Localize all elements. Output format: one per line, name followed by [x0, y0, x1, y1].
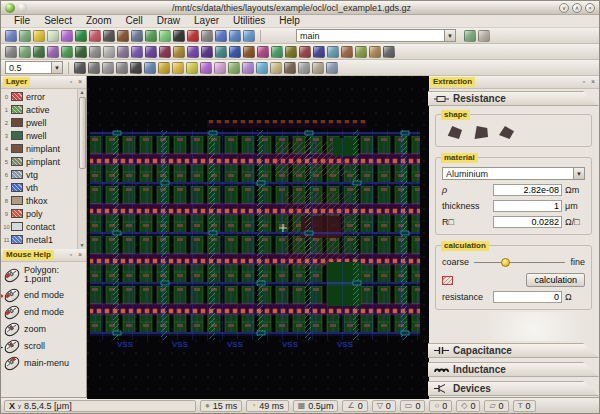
toolbar-icon[interactable] — [103, 30, 115, 42]
layer-swatch[interactable] — [11, 144, 23, 153]
toolbar-icon[interactable] — [299, 46, 311, 58]
layer-swatch[interactable] — [11, 235, 23, 244]
layer-row[interactable]: 1active — [1, 103, 76, 116]
chevron-down-icon[interactable]: ▼ — [51, 62, 62, 73]
toolbar-icon[interactable] — [47, 30, 59, 42]
resistance-input[interactable] — [493, 291, 562, 303]
layer-swatch[interactable] — [11, 92, 23, 101]
toolbar-icon[interactable] — [243, 30, 255, 42]
rsquare-input[interactable] — [493, 216, 562, 228]
toolbar-icon[interactable] — [61, 30, 73, 42]
chevron-down-icon[interactable]: ▼ — [573, 168, 584, 179]
layout-canvas[interactable]: VSS VSS VSS VSS VSS — [87, 76, 429, 399]
toolbar-icon[interactable] — [116, 62, 128, 74]
toolbar-icon[interactable] — [201, 46, 213, 58]
toolbar-icon[interactable] — [172, 62, 184, 74]
menu-item[interactable]: File — [7, 15, 37, 27]
toolbar-icon[interactable] — [200, 62, 212, 74]
toolbar-icon[interactable] — [228, 62, 240, 74]
toolbar-icon[interactable] — [158, 62, 170, 74]
scrollbar-thumb[interactable] — [79, 97, 86, 169]
toolbar-icon[interactable] — [327, 46, 339, 58]
precision-slider[interactable] — [474, 262, 565, 263]
layer-row[interactable]: 10contact — [1, 220, 76, 233]
toolbar-icon[interactable] — [75, 46, 87, 58]
toolbar-icon[interactable] — [187, 46, 199, 58]
grid-combo[interactable]: 0.5 ▼ — [5, 61, 63, 74]
close-button[interactable]: × — [585, 3, 595, 13]
toolbar-icon[interactable] — [173, 30, 185, 42]
layer-row[interactable]: 0error — [1, 90, 76, 103]
float-panel-icon[interactable]: ▫ — [580, 77, 588, 87]
float-panel-icon[interactable]: ▫ — [67, 250, 75, 260]
layer-row[interactable]: 3nwell — [1, 129, 76, 142]
toolbar-icon[interactable] — [285, 46, 297, 58]
shape-thumb[interactable] — [447, 126, 462, 139]
toolbar-icon[interactable] — [215, 46, 227, 58]
scroll-down-icon[interactable]: ▼ — [80, 242, 85, 249]
close-panel-icon[interactable]: × — [76, 250, 84, 260]
toolbar-icon[interactable] — [243, 46, 255, 58]
maximize-button[interactable]: ∧ — [572, 3, 582, 13]
toolbar-icon[interactable] — [47, 46, 59, 58]
layer-swatch[interactable] — [11, 157, 23, 166]
toolbar-icon[interactable] — [131, 30, 143, 42]
tab-capacitance[interactable]: Capacitance — [428, 343, 599, 358]
menu-item[interactable]: Layer — [187, 15, 226, 27]
toolbar-icon[interactable] — [229, 30, 241, 42]
menu-item[interactable]: Select — [37, 15, 79, 27]
toolbar-icon[interactable] — [214, 62, 226, 74]
toolbar-icon[interactable] — [159, 30, 171, 42]
tab-devices[interactable]: Devices — [428, 381, 599, 396]
float-panel-icon[interactable]: ▫ — [67, 77, 75, 87]
toolbar-icon[interactable] — [88, 62, 100, 74]
minimize-button[interactable]: ∨ — [559, 3, 569, 13]
toolbar-icon[interactable] — [271, 46, 283, 58]
toolbar-icon[interactable] — [89, 46, 101, 58]
toolbar-icon[interactable] — [33, 46, 45, 58]
toolbar-icon[interactable] — [173, 46, 185, 58]
menu-item[interactable]: Utilities — [226, 15, 272, 27]
layer-row[interactable]: 11metal1 — [1, 233, 76, 246]
close-panel-icon[interactable]: × — [76, 77, 84, 87]
shape-thumb[interactable] — [499, 126, 514, 139]
layer-row[interactable]: 4nimplant — [1, 142, 76, 155]
toolbar-icon[interactable] — [187, 30, 199, 42]
material-combo[interactable]: Aluminium ▼ — [442, 167, 585, 180]
toolbar-icon[interactable] — [341, 46, 353, 58]
calculation-button[interactable]: calculation — [526, 273, 585, 287]
layout-canvas-area[interactable]: VSS VSS VSS VSS VSS — [87, 76, 427, 397]
toolbar-icon[interactable] — [130, 62, 142, 74]
shape-thumb[interactable] — [473, 126, 488, 139]
toolbar-icon[interactable] — [5, 46, 17, 58]
layer-swatch[interactable] — [11, 131, 23, 140]
tab-inductance[interactable]: Inductance — [428, 362, 599, 377]
menu-item[interactable]: Cell — [118, 15, 149, 27]
layer-swatch[interactable] — [11, 118, 23, 127]
menu-item[interactable]: Draw — [150, 15, 187, 27]
toolbar-icon[interactable] — [215, 30, 227, 42]
layer-list-scrollbar[interactable]: ▲ ▼ — [77, 89, 86, 249]
toolbar-icon[interactable] — [102, 62, 114, 74]
layer-swatch[interactable] — [11, 105, 23, 114]
toolbar-icon[interactable] — [355, 46, 367, 58]
toolbar-icon[interactable] — [326, 62, 338, 74]
toolbar-icon[interactable] — [159, 46, 171, 58]
tab-resistance[interactable]: Resistance — [428, 91, 599, 106]
toolbar-icon[interactable] — [298, 62, 310, 74]
layer-swatch[interactable] — [11, 183, 23, 192]
toolbar-icon[interactable] — [256, 62, 268, 74]
toolbar-icon[interactable] — [464, 30, 476, 42]
window-menu-icon[interactable] — [18, 3, 27, 12]
toolbar-icon[interactable] — [257, 46, 269, 58]
close-panel-icon[interactable]: × — [589, 77, 597, 87]
layer-swatch[interactable] — [11, 222, 23, 231]
scroll-up-icon[interactable]: ▲ — [80, 89, 85, 96]
toolbar-icon[interactable] — [131, 46, 143, 58]
toolbar-icon[interactable] — [229, 46, 241, 58]
toolbar-icon[interactable] — [145, 30, 157, 42]
toolbar-icon[interactable] — [383, 46, 395, 58]
toolbar-icon[interactable] — [313, 46, 325, 58]
toolbar-icon[interactable] — [186, 62, 198, 74]
layer-row[interactable]: 6vtg — [1, 168, 76, 181]
